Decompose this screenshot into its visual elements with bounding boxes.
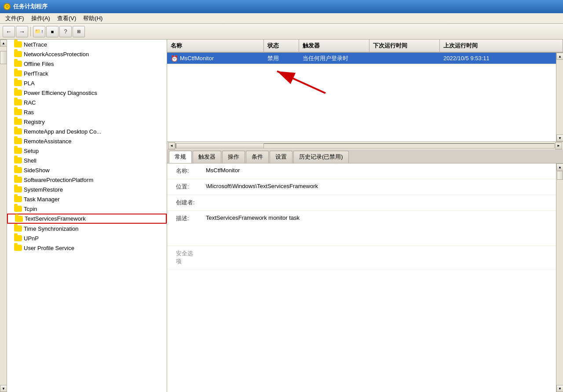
detail-scroll-up[interactable]: ▲ xyxy=(556,163,563,171)
tree-item-remoteapp[interactable]: RemoteApp and Desktop Co... xyxy=(7,127,167,136)
forward-button[interactable]: → xyxy=(16,26,28,37)
col-trigger[interactable]: 触发器 xyxy=(299,40,369,52)
tab-conditions[interactable]: 条件 xyxy=(246,151,269,163)
tree-item-systemrestore[interactable]: SystemRestore xyxy=(7,185,167,194)
h-scroll-right[interactable]: ► xyxy=(555,142,562,149)
name-value: MsCtfMonitor xyxy=(202,166,556,174)
tab-actions[interactable]: 操作 xyxy=(222,151,245,163)
folder-icon xyxy=(14,196,22,202)
folder-icon xyxy=(15,216,23,222)
folder-icon xyxy=(14,157,22,163)
tree-item-nettrace[interactable]: NetTrace xyxy=(7,40,167,49)
tree-item-upnp[interactable]: UPnP xyxy=(7,233,167,243)
detail-scroll-thumb[interactable] xyxy=(557,171,563,180)
task-scroll-down[interactable]: ▼ xyxy=(556,134,563,142)
tree-item-remoteassistance[interactable]: RemoteAssistance xyxy=(7,136,167,146)
h-scroll-bar[interactable]: ◄ ► xyxy=(167,142,563,149)
folder-icon xyxy=(14,128,22,134)
tree-item-rac[interactable]: RAC xyxy=(7,98,167,107)
location-value: \Microsoft\Windows\TextServicesFramework xyxy=(202,182,556,190)
menu-help[interactable]: 帮助(H) xyxy=(80,14,106,23)
description-value: TextServicesFramework monitor task xyxy=(202,214,556,240)
folder-icon xyxy=(14,148,22,154)
detail-row-creator: 创建者: xyxy=(167,195,556,211)
task-last-run: 2022/10/5 9:53:11 xyxy=(440,54,556,63)
left-scroll-down[interactable]: ▼ xyxy=(0,385,7,392)
toolbar: ← → 📁↑ ■ ? ⊞ xyxy=(0,24,563,40)
detail-row-description: 描述: TextServicesFramework monitor task xyxy=(167,211,556,246)
folder-icon xyxy=(14,119,22,125)
toolbar-separator-1 xyxy=(30,27,31,36)
tree-item-textservicesframework[interactable]: TextServicesFramework xyxy=(7,214,167,224)
tree-item-shell[interactable]: Shell xyxy=(7,156,167,165)
right-panel: 名称 状态 触发器 下次运行时间 上次运行时间 ⏰ MsCtfMonitor 禁… xyxy=(167,40,563,392)
col-last-run[interactable]: 上次运行时间 xyxy=(440,40,563,52)
task-trigger: 当任何用户登录时 xyxy=(299,53,369,64)
folder-tree: NetTrace NetworkAccessProtection Offline… xyxy=(7,40,167,392)
tree-item-pla[interactable]: PLA xyxy=(7,78,167,88)
task-name: MsCtfMonitor xyxy=(180,55,214,62)
detail-row-location: 位置: \Microsoft\Windows\TextServicesFrame… xyxy=(167,179,556,195)
folder-icon xyxy=(14,99,22,105)
tab-settings[interactable]: 设置 xyxy=(270,151,292,163)
folder-icon xyxy=(14,186,22,192)
detail-row-name: 名称: MsCtfMonitor xyxy=(167,163,556,179)
tab-general[interactable]: 常规 xyxy=(169,151,192,163)
task-row-msctfmonitor[interactable]: ⏰ MsCtfMonitor 禁用 当任何用户登录时 2022/10/5 9:5… xyxy=(167,53,556,64)
up-folder-button[interactable]: 📁↑ xyxy=(33,26,45,37)
show-hide-button[interactable]: ⊞ xyxy=(73,26,85,37)
tree-item-nap[interactable]: NetworkAccessProtection xyxy=(7,49,167,59)
tree-item-time-sync[interactable]: Time Synchronization xyxy=(7,224,167,233)
tree-item-power-efficiency[interactable]: Power Efficiency Diagnostics xyxy=(7,88,167,98)
task-v-scrollbar[interactable]: ▲ ▼ xyxy=(556,53,563,142)
detail-scrollbar[interactable]: ▲ ▼ xyxy=(556,163,563,392)
h-scroll-track[interactable] xyxy=(175,143,555,149)
left-scroll-up[interactable]: ▲ xyxy=(0,40,7,47)
description-label: 描述: xyxy=(167,214,202,223)
stop-button[interactable]: ■ xyxy=(46,26,58,37)
back-button[interactable]: ← xyxy=(3,26,15,37)
folder-icon xyxy=(14,41,22,47)
tree-item-perftrack[interactable]: PerfTrack xyxy=(7,69,167,78)
detail-row-security: 安全选项 xyxy=(167,246,556,269)
tree-item-setup[interactable]: Setup xyxy=(7,146,167,156)
folder-icon xyxy=(14,167,22,173)
col-name[interactable]: 名称 xyxy=(167,40,264,52)
menu-bar: 文件(F) 操作(A) 查看(V) 帮助(H) xyxy=(0,13,563,24)
folder-icon xyxy=(14,51,22,57)
tree-item-user-profile[interactable]: User Profile Service xyxy=(7,243,167,253)
app-icon: ⚙ xyxy=(4,3,11,10)
tree-item-registry[interactable]: Registry xyxy=(7,117,167,127)
menu-action[interactable]: 操作(A) xyxy=(28,14,54,23)
help-button[interactable]: ? xyxy=(59,26,72,37)
folder-icon xyxy=(14,235,22,241)
h-scroll-thumb[interactable] xyxy=(176,143,264,149)
folder-icon xyxy=(14,206,22,212)
h-scroll-left[interactable]: ◄ xyxy=(168,142,175,149)
task-scroll-up[interactable]: ▲ xyxy=(556,53,563,60)
folder-icon xyxy=(14,80,22,86)
folder-icon xyxy=(14,138,22,144)
tab-history[interactable]: 历史记录(已禁用) xyxy=(293,151,349,163)
menu-file[interactable]: 文件(F) xyxy=(2,14,28,23)
tree-item-sideshow[interactable]: SideShow xyxy=(7,165,167,175)
task-clock-icon: ⏰ xyxy=(171,55,178,62)
folder-icon xyxy=(14,90,22,96)
task-list-inner: ⏰ MsCtfMonitor 禁用 当任何用户登录时 2022/10/5 9:5… xyxy=(167,53,556,142)
window-title: 任务计划程序 xyxy=(13,3,48,11)
tree-item-offline-files[interactable]: Offline Files xyxy=(7,59,167,69)
tree-item-tcpin[interactable]: Tcpin xyxy=(7,204,167,214)
folder-icon xyxy=(14,70,22,76)
tree-item-software-protection[interactable]: SoftwareProtectionPlatform xyxy=(7,175,167,185)
creator-label: 创建者: xyxy=(167,198,202,207)
menu-view[interactable]: 查看(V) xyxy=(54,14,80,23)
tab-triggers[interactable]: 触发器 xyxy=(193,151,221,163)
tree-item-ras[interactable]: Ras xyxy=(7,107,167,117)
col-next-run[interactable]: 下次运行时间 xyxy=(369,40,440,52)
folder-icon xyxy=(14,225,22,232)
tree-item-task-manager[interactable]: Task Manager xyxy=(7,194,167,204)
col-status[interactable]: 状态 xyxy=(264,40,299,52)
detail-scroll-down[interactable]: ▼ xyxy=(556,385,563,392)
detail-panel: 名称: MsCtfMonitor 位置: \Microsoft\Windows\… xyxy=(167,163,563,392)
folder-icon xyxy=(14,245,22,251)
